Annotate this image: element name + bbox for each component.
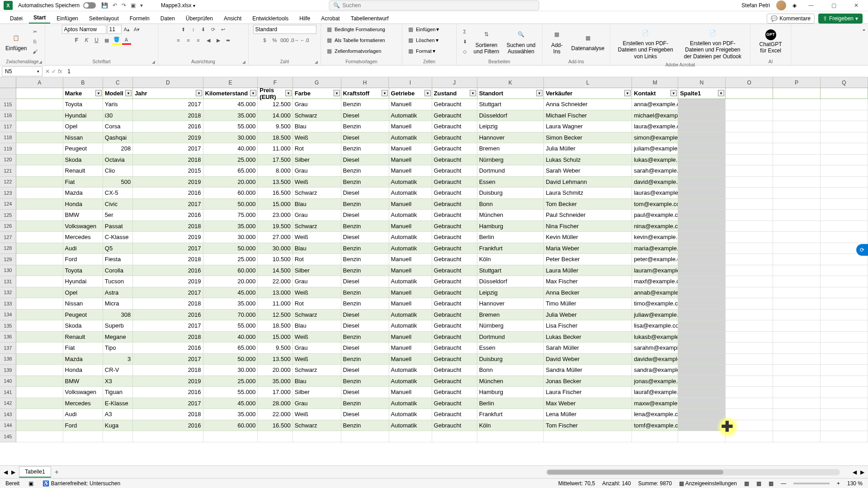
cell[interactable]: Köln (477, 420, 544, 432)
cell[interactable]: Toyota (63, 99, 103, 110)
cell[interactable]: Berlin (477, 398, 544, 409)
cell[interactable] (16, 431, 63, 442)
cell[interactable]: Nürnberg (477, 320, 544, 332)
filter-icon[interactable]: ▾ (334, 90, 340, 96)
cell[interactable]: Gebraucht (432, 110, 477, 122)
cell[interactable]: Corsa (103, 121, 133, 132)
cell[interactable] (821, 310, 868, 321)
filter-icon[interactable]: ▾ (670, 90, 677, 96)
cell[interactable]: 70.000 (203, 310, 258, 321)
cell[interactable]: Diesel (341, 132, 389, 144)
cell[interactable]: Grau (293, 343, 341, 354)
cell[interactable]: Schwarz (293, 310, 341, 321)
cell[interactable]: Kuga (103, 420, 133, 432)
cell[interactable]: Stuttgart (477, 99, 544, 110)
cell[interactable] (773, 210, 821, 221)
horizontal-scrollbar[interactable] (546, 469, 840, 475)
cell[interactable] (773, 165, 821, 177)
tab-tabellenentwurf[interactable]: Tabellenentwurf (346, 14, 393, 23)
cell[interactable] (16, 165, 63, 177)
cell[interactable] (133, 431, 203, 442)
cell[interactable]: Nissan (63, 132, 103, 144)
cell[interactable]: 60.000 (203, 420, 258, 432)
col-head-I[interactable]: I (389, 77, 432, 88)
cell[interactable]: Yaris (103, 99, 133, 110)
indent-increase-icon[interactable]: ▶ (214, 36, 223, 45)
cell[interactable]: Laura Schmitz (544, 188, 632, 199)
cell[interactable] (726, 354, 773, 365)
cell[interactable]: 35.000 (203, 110, 258, 122)
cell[interactable]: Diesel (341, 232, 389, 243)
cell[interactable]: nina@example.com (632, 221, 678, 232)
doc-title[interactable]: Mappe3.xlsx (161, 2, 191, 9)
zoom-in-icon[interactable]: + (837, 480, 840, 487)
cell[interactable] (726, 221, 773, 232)
cell[interactable]: Max Fischer (544, 276, 632, 287)
cell[interactable]: BMW (63, 376, 103, 387)
align-middle-icon[interactable]: ↕ (189, 25, 198, 34)
cell[interactable]: Diesel (341, 320, 389, 332)
search-box[interactable]: 🔍 (329, 0, 539, 10)
save-icon[interactable]: 💾 (101, 2, 108, 9)
cell[interactable]: Max Weber (544, 398, 632, 409)
cell[interactable]: maxf@example.com (632, 276, 678, 287)
cell[interactable]: Köln (477, 254, 544, 265)
row-number[interactable]: 131 (0, 276, 16, 287)
cell[interactable]: 17.000 (258, 387, 292, 398)
cell[interactable]: Gebraucht (432, 354, 477, 365)
cell[interactable] (773, 332, 821, 343)
cell[interactable] (821, 343, 868, 354)
underline-button[interactable]: U (92, 36, 101, 45)
cell[interactable] (16, 398, 63, 409)
cell[interactable]: Volkswagen (63, 387, 103, 398)
cell[interactable]: 2017 (133, 243, 203, 254)
camera-icon[interactable]: ▣ (131, 2, 136, 9)
cell-selected[interactable] (678, 298, 726, 310)
cell[interactable]: tom@example.com (632, 199, 678, 210)
cell[interactable] (726, 188, 773, 199)
cell-selected[interactable] (678, 420, 726, 432)
cell[interactable]: 2017 (133, 287, 203, 299)
cell[interactable]: Clio (103, 165, 133, 177)
cell[interactable]: Julia Müller (544, 143, 632, 155)
cell[interactable]: 2017 (133, 143, 203, 155)
cell[interactable]: München (477, 376, 544, 387)
cell[interactable]: sarah@example.com (632, 165, 678, 177)
row-number[interactable]: 127 (0, 232, 16, 243)
cell[interactable]: Weiß (293, 332, 341, 343)
cell[interactable]: Schwarz (293, 420, 341, 432)
cell[interactable] (726, 310, 773, 321)
cell[interactable]: Grau (293, 165, 341, 177)
cell[interactable]: Manuell (389, 387, 432, 398)
cell[interactable] (773, 376, 821, 387)
cell[interactable]: Tom Fischer (544, 420, 632, 432)
cell[interactable]: 2017 (133, 398, 203, 409)
row-number[interactable]: 124 (0, 199, 16, 210)
cell[interactable] (103, 431, 133, 442)
cell[interactable] (821, 155, 868, 166)
cell[interactable]: 30.000 (203, 132, 258, 144)
cell[interactable]: Gebraucht (432, 398, 477, 409)
cell[interactable]: 500 (103, 177, 133, 188)
cell[interactable]: Schwarz (293, 221, 341, 232)
cell[interactable]: Maria Weber (544, 243, 632, 254)
cell[interactable] (773, 354, 821, 365)
row-number[interactable]: 115 (0, 99, 16, 110)
row-number[interactable]: 128 (0, 243, 16, 254)
cell[interactable]: 2016 (133, 387, 203, 398)
cell[interactable] (821, 165, 868, 177)
cell[interactable]: 40.000 (203, 332, 258, 343)
tab-formeln[interactable]: Formeln (125, 14, 154, 23)
cell[interactable] (726, 320, 773, 332)
cell[interactable]: lena@example.com (632, 409, 678, 420)
chevron-down-icon[interactable]: ▾ (193, 3, 195, 8)
cell[interactable]: Manuell (389, 332, 432, 343)
tab-start[interactable]: Start (29, 13, 50, 23)
cell[interactable] (726, 298, 773, 310)
cell[interactable] (726, 232, 773, 243)
cell[interactable]: paul@example.com (632, 210, 678, 221)
cell[interactable]: 2016 (133, 265, 203, 277)
cell[interactable]: Manuell (389, 99, 432, 110)
cell[interactable] (773, 110, 821, 122)
cell[interactable]: simon@example.com (632, 132, 678, 144)
